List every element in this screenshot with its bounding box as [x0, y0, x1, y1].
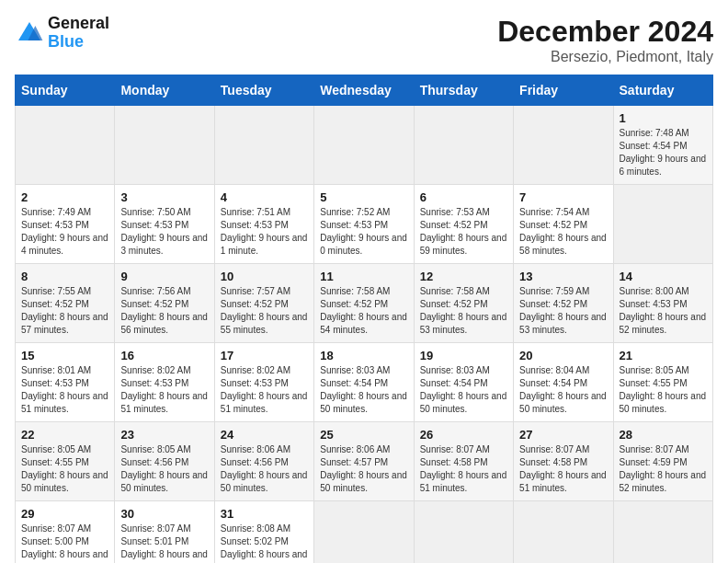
calendar-day-19: 19Sunrise: 8:03 AMSunset: 4:54 PMDayligh…	[414, 343, 513, 422]
calendar-day-2: 2Sunrise: 7:49 AMSunset: 4:53 PMDaylight…	[16, 185, 115, 264]
main-title: December 2024	[497, 15, 713, 49]
calendar-day-9: 9Sunrise: 7:56 AMSunset: 4:52 PMDaylight…	[115, 264, 214, 343]
empty-cell	[613, 185, 712, 264]
calendar-day-15: 15Sunrise: 8:01 AMSunset: 4:53 PMDayligh…	[16, 343, 115, 422]
calendar-day-29: 29Sunrise: 8:07 AMSunset: 5:00 PMDayligh…	[16, 501, 115, 564]
calendar-week-4: 15Sunrise: 8:01 AMSunset: 4:53 PMDayligh…	[16, 343, 713, 422]
calendar-week-6: 29Sunrise: 8:07 AMSunset: 5:00 PMDayligh…	[16, 501, 713, 564]
header-day-wednesday: Wednesday	[314, 75, 414, 106]
header-day-monday: Monday	[115, 75, 214, 106]
subtitle: Bersezio, Piedmont, Italy	[497, 49, 713, 65]
header-day-thursday: Thursday	[414, 75, 513, 106]
calendar-day-26: 26Sunrise: 8:07 AMSunset: 4:58 PMDayligh…	[414, 422, 513, 501]
calendar-day-5: 5Sunrise: 7:52 AMSunset: 4:53 PMDaylight…	[314, 185, 414, 264]
calendar-day-3: 3Sunrise: 7:50 AMSunset: 4:53 PMDaylight…	[115, 185, 214, 264]
empty-cell	[514, 106, 613, 185]
calendar-day-10: 10Sunrise: 7:57 AMSunset: 4:52 PMDayligh…	[214, 264, 313, 343]
header-day-friday: Friday	[514, 75, 613, 106]
calendar-day-6: 6Sunrise: 7:53 AMSunset: 4:52 PMDaylight…	[414, 185, 513, 264]
title-area: December 2024 Bersezio, Piedmont, Italy	[497, 15, 713, 65]
empty-cell	[414, 501, 513, 564]
empty-cell	[414, 106, 513, 185]
logo-text: GeneralBlue	[48, 15, 109, 52]
calendar-day-7: 7Sunrise: 7:54 AMSunset: 4:52 PMDaylight…	[514, 185, 613, 264]
calendar-week-1: 1Sunrise: 7:48 AMSunset: 4:54 PMDaylight…	[16, 106, 713, 185]
empty-cell	[514, 501, 613, 564]
calendar-day-21: 21Sunrise: 8:05 AMSunset: 4:55 PMDayligh…	[613, 343, 712, 422]
empty-cell	[314, 106, 414, 185]
calendar-week-3: 8Sunrise: 7:55 AMSunset: 4:52 PMDaylight…	[16, 264, 713, 343]
calendar-day-13: 13Sunrise: 7:59 AMSunset: 4:52 PMDayligh…	[514, 264, 613, 343]
calendar-day-14: 14Sunrise: 8:00 AMSunset: 4:53 PMDayligh…	[613, 264, 712, 343]
calendar-day-22: 22Sunrise: 8:05 AMSunset: 4:55 PMDayligh…	[16, 422, 115, 501]
calendar-week-2: 2Sunrise: 7:49 AMSunset: 4:53 PMDaylight…	[16, 185, 713, 264]
calendar-day-24: 24Sunrise: 8:06 AMSunset: 4:56 PMDayligh…	[214, 422, 313, 501]
calendar-day-18: 18Sunrise: 8:03 AMSunset: 4:54 PMDayligh…	[314, 343, 414, 422]
calendar-day-1: 1Sunrise: 7:48 AMSunset: 4:54 PMDaylight…	[613, 106, 712, 185]
empty-cell	[115, 106, 214, 185]
header: GeneralBlue December 2024 Bersezio, Pied…	[15, 15, 713, 65]
calendar-day-17: 17Sunrise: 8:02 AMSunset: 4:53 PMDayligh…	[214, 343, 313, 422]
logo-icon	[15, 18, 44, 48]
calendar-day-20: 20Sunrise: 8:04 AMSunset: 4:54 PMDayligh…	[514, 343, 613, 422]
empty-cell	[314, 501, 414, 564]
calendar-day-11: 11Sunrise: 7:58 AMSunset: 4:52 PMDayligh…	[314, 264, 414, 343]
calendar-day-12: 12Sunrise: 7:58 AMSunset: 4:52 PMDayligh…	[414, 264, 513, 343]
header-day-saturday: Saturday	[613, 75, 712, 106]
calendar-day-25: 25Sunrise: 8:06 AMSunset: 4:57 PMDayligh…	[314, 422, 414, 501]
calendar-day-30: 30Sunrise: 8:07 AMSunset: 5:01 PMDayligh…	[115, 501, 214, 564]
calendar-day-23: 23Sunrise: 8:05 AMSunset: 4:56 PMDayligh…	[115, 422, 214, 501]
calendar-day-31: 31Sunrise: 8:08 AMSunset: 5:02 PMDayligh…	[214, 501, 313, 564]
calendar-table: SundayMondayTuesdayWednesdayThursdayFrid…	[15, 75, 713, 563]
calendar-day-4: 4Sunrise: 7:51 AMSunset: 4:53 PMDaylight…	[214, 185, 313, 264]
header-day-sunday: Sunday	[16, 75, 115, 106]
calendar-week-5: 22Sunrise: 8:05 AMSunset: 4:55 PMDayligh…	[16, 422, 713, 501]
calendar-day-16: 16Sunrise: 8:02 AMSunset: 4:53 PMDayligh…	[115, 343, 214, 422]
calendar-day-8: 8Sunrise: 7:55 AMSunset: 4:52 PMDaylight…	[16, 264, 115, 343]
header-day-tuesday: Tuesday	[214, 75, 313, 106]
empty-cell	[613, 501, 712, 564]
logo: GeneralBlue	[15, 15, 109, 52]
calendar-day-27: 27Sunrise: 8:07 AMSunset: 4:58 PMDayligh…	[514, 422, 613, 501]
calendar-day-28: 28Sunrise: 8:07 AMSunset: 4:59 PMDayligh…	[613, 422, 712, 501]
empty-cell	[214, 106, 313, 185]
header-row: SundayMondayTuesdayWednesdayThursdayFrid…	[16, 75, 713, 106]
empty-cell	[16, 106, 115, 185]
